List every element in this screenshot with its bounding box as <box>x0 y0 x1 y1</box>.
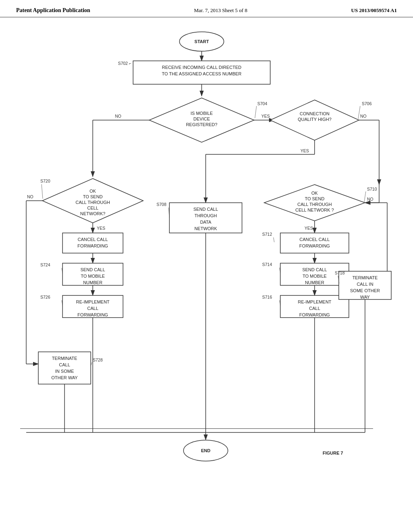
s710-line1: OK <box>311 191 318 195</box>
s710-yes: YES <box>305 226 313 231</box>
s704-label: S704 <box>257 101 267 106</box>
s718-label: S718 <box>335 270 345 275</box>
s728-line2: CALL <box>59 362 70 367</box>
main-flowchart: .node-text { font-family: Arial, sans-se… <box>0 17 413 509</box>
svg-line-73 <box>255 106 257 118</box>
full-page: Patent Application Publication Mar. 7, 2… <box>0 0 413 532</box>
s708-line4: NETWORK <box>194 226 217 231</box>
s714-label: S714 <box>262 262 272 267</box>
s706-line2: QUALITY HIGH? <box>298 117 332 122</box>
s720-line4: CELL <box>87 206 98 210</box>
s704-no: NO <box>115 114 121 118</box>
s726-line1: RE-IMPLEMENT <box>76 299 109 304</box>
s706-yes: YES <box>300 148 309 153</box>
s714-line3: NUMBER <box>305 280 324 285</box>
figure-label: FIGURE 7 <box>323 451 343 455</box>
header: Patent Application Publication Mar. 7, 2… <box>0 0 413 17</box>
s720-line1: OK <box>90 189 96 193</box>
s718-line3: SOME OTHER <box>350 288 380 293</box>
s726-label: S726 <box>40 295 50 299</box>
s710-label: S710 <box>367 187 377 191</box>
s720-line3: CALL THROUGH <box>75 200 110 205</box>
svg-line-111 <box>273 237 274 242</box>
svg-line-107 <box>364 191 366 202</box>
svg-rect-88 <box>63 233 123 253</box>
s708-label: S708 <box>156 202 167 207</box>
s710-line3: CALL THROUGH <box>297 202 332 207</box>
s714-line1: SEND CALL <box>302 267 327 272</box>
svg-rect-115 <box>280 233 349 253</box>
s712-label: S712 <box>262 232 272 237</box>
start-text: START <box>194 39 209 44</box>
s704-yes: YES <box>261 114 270 118</box>
s702-line1: RECEIVE INCOMING CALL DIRECTED <box>162 65 241 70</box>
s722-line2: FORWARDING <box>77 243 108 248</box>
s704-line1: IS MOBILE <box>190 111 213 116</box>
s712-line1: CANCEL CALL <box>300 237 330 242</box>
s718-line2: CALL IN <box>357 282 373 287</box>
s718-line4: WAY <box>360 295 370 299</box>
header-center: Mar. 7, 2013 Sheet 5 of 8 <box>194 7 247 14</box>
s726-line3: FORWARDING <box>77 312 108 317</box>
s710-line2: TO SEND <box>305 196 325 201</box>
s724-label: S724 <box>40 262 50 267</box>
s726-line2: CALL <box>87 306 98 311</box>
s720-label: S720 <box>40 179 50 183</box>
svg-rect-129 <box>20 428 373 429</box>
s716-line2: CALL <box>309 306 320 311</box>
s712-line2: FORWARDING <box>299 243 330 248</box>
header-right: US 2013/0059574 A1 <box>351 7 397 14</box>
header-left: Patent Application Publication <box>16 7 90 14</box>
s714-line2: TO MOBILE <box>302 274 327 278</box>
s722-line1: CANCEL CALL <box>78 237 108 242</box>
s706-no: NO <box>360 114 367 118</box>
s720-line5: NETWORK? <box>80 211 105 216</box>
s724-line2: TO MOBILE <box>81 274 105 278</box>
s716-label: S716 <box>262 295 272 299</box>
s718-line1: TERMINATE <box>353 275 378 280</box>
s702-line2: TO THE ASSIGNED ACCESS NUMBER <box>162 71 242 76</box>
s724-line3: NUMBER <box>83 280 102 285</box>
s708-line3: DATA <box>200 220 211 224</box>
s706-label: S706 <box>362 101 372 106</box>
s728-line4: OTHER WAY <box>51 375 78 380</box>
s706-line1: CONNECTION <box>300 111 330 116</box>
s710-line4: CELL NETWORK ? <box>295 208 334 212</box>
s724-line1: SEND CALL <box>80 267 105 272</box>
s728-line1: TERMINATE <box>52 356 77 361</box>
svg-line-85 <box>42 184 43 199</box>
s704-line2: DEVICE <box>194 116 210 121</box>
s720-line2: TO SEND <box>83 194 103 199</box>
s716-line3: FORWARDING <box>299 312 330 317</box>
s728-line3: IN SOME <box>55 369 74 374</box>
end-text: END <box>201 448 210 453</box>
s720-yes: YES <box>97 226 105 231</box>
s704-line3: REGISTERED? <box>186 122 217 127</box>
s708-line2: THROUGH <box>194 213 217 218</box>
s708-line1: SEND CALL <box>193 207 218 212</box>
s728-label: S728 <box>93 357 103 362</box>
s710-no: NO <box>367 197 373 202</box>
s716-line1: RE-IMPLEMENT <box>298 299 331 304</box>
s702-label: S702 ⌐ <box>118 61 131 66</box>
s720-no: NO <box>27 194 33 199</box>
